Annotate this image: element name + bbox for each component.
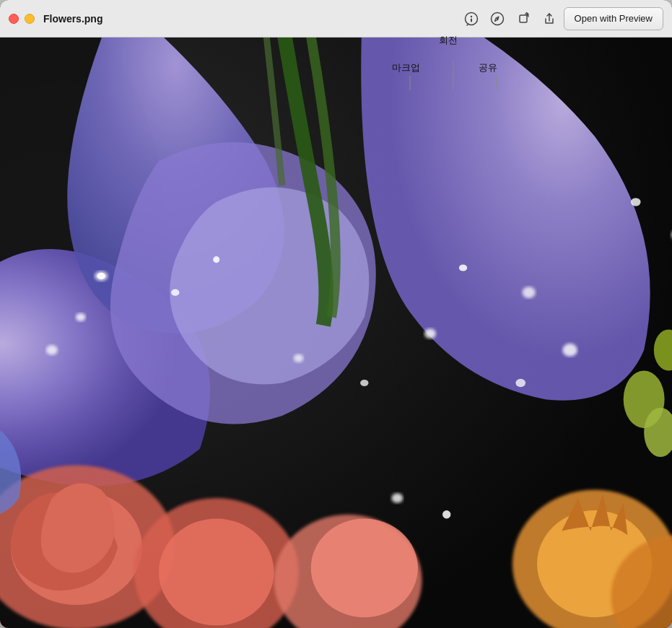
svg-point-28 (46, 345, 58, 355)
quick-look-window: 마크업 회전 공유 × – Flowers.png (0, 0, 672, 628)
minimize-button[interactable]: – (25, 14, 35, 24)
image-area (0, 38, 672, 628)
svg-point-7 (496, 17, 498, 19)
markup-icon (490, 12, 505, 26)
svg-point-34 (459, 264, 467, 271)
close-button[interactable]: × (9, 14, 19, 24)
svg-point-30 (213, 256, 219, 263)
svg-point-29 (171, 289, 179, 296)
svg-point-32 (360, 380, 368, 386)
svg-point-27 (76, 313, 86, 321)
svg-point-33 (424, 328, 436, 339)
svg-point-37 (515, 379, 525, 387)
svg-point-16 (311, 518, 418, 617)
flower-svg-overlay (0, 38, 672, 628)
svg-point-38 (391, 493, 403, 503)
window-title: Flowers.png (43, 13, 102, 25)
flower-image (0, 38, 672, 628)
svg-rect-8 (520, 15, 527, 22)
svg-point-4 (470, 15, 471, 17)
svg-rect-5 (471, 18, 472, 22)
info-icon (464, 12, 479, 26)
share-button[interactable] (538, 7, 561, 30)
rotate-icon (516, 12, 531, 26)
svg-point-31 (294, 354, 304, 362)
open-with-preview-button[interactable]: Open with Preview (564, 7, 663, 30)
titlebar: × – Flowers.png (0, 0, 672, 38)
share-icon (542, 12, 557, 26)
svg-point-36 (562, 344, 577, 357)
minimize-icon: – (27, 15, 31, 22)
markup-button[interactable] (486, 7, 509, 30)
traffic-lights: × – (9, 14, 35, 24)
close-icon: × (12, 15, 15, 22)
svg-point-39 (442, 510, 450, 518)
toolbar-right: Open with Preview (460, 7, 663, 30)
svg-point-14 (159, 518, 274, 625)
svg-point-35 (523, 287, 536, 298)
rotate-button[interactable] (512, 7, 535, 30)
svg-point-40 (631, 198, 641, 206)
info-button[interactable] (460, 7, 483, 30)
svg-point-26 (97, 273, 105, 279)
